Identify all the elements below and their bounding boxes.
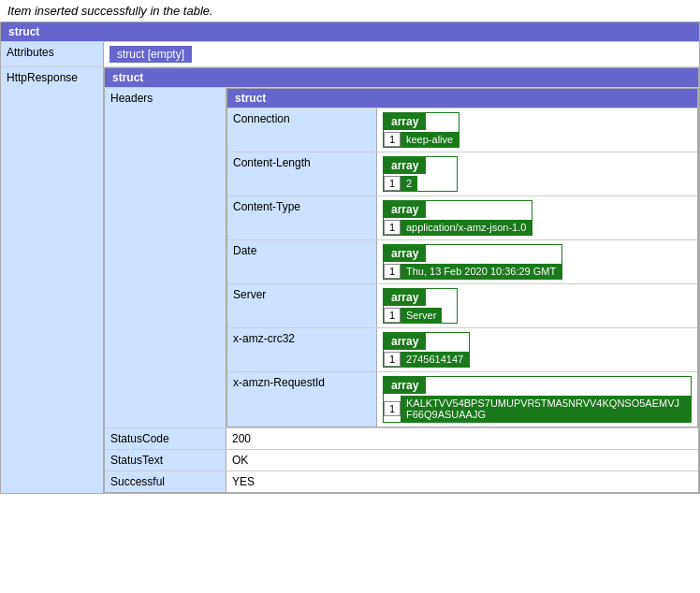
http-response-struct-header: struct [105, 68, 698, 87]
content-type-value: array 1 application/x-amz-json-1.0 [377, 196, 697, 239]
http-response-struct: struct Headers struct Connection [104, 67, 699, 493]
connection-array-row: 1 keep-alive [384, 132, 459, 147]
status-code-row: StatusCode 200 [105, 427, 698, 449]
http-response-value: struct Headers struct Connection [104, 67, 699, 493]
content-type-val: application/x-amz-json-1.0 [401, 220, 532, 235]
content-length-array-container: array 1 2 [383, 156, 458, 192]
date-array-header: array [384, 245, 426, 262]
connection-val: keep-alive [401, 132, 459, 147]
date-row: Date array 1 Thu, 13 Feb 2020 10:36:29 G… [227, 239, 697, 283]
xrequest-array-header: array [384, 377, 426, 394]
server-row: Server array 1 Server [227, 283, 697, 327]
server-label: Server [227, 284, 377, 327]
xrequest-array-container: array 1 KALKTVV54BPS7UMUPVR5TMA5NRVV4KQN… [383, 376, 692, 423]
xcrc-value: array 1 2745614147 [377, 328, 697, 371]
connection-row: Connection array 1 keep-alive [227, 108, 697, 152]
xcrc-row: x-amz-crc32 array 1 2745614147 [227, 327, 697, 371]
status-text-label: StatusText [105, 450, 226, 470]
connection-array-header: array [384, 113, 426, 130]
successful-label: Successful [105, 471, 226, 492]
xcrc-array-row: 1 2745614147 [384, 352, 469, 367]
connection-value: array 1 keep-alive [377, 108, 697, 152]
content-type-array-header: array [384, 201, 426, 218]
xcrc-index: 1 [384, 352, 401, 367]
server-array-header: array [384, 289, 426, 306]
successful-row: Successful YES [105, 470, 698, 492]
content-length-array-row: 1 2 [384, 176, 457, 191]
xrequest-val: KALKTVV54BPS7UMUPVR5TMA5NRVV4KQNSO5AEMVJ… [401, 396, 691, 422]
content-length-val: 2 [401, 176, 417, 191]
content-length-row: Content-Length array 1 2 [227, 152, 697, 195]
server-val: Server [401, 308, 442, 323]
content-type-index: 1 [384, 220, 401, 235]
status-code-label: StatusCode [105, 428, 226, 449]
content-length-value: array 1 2 [377, 152, 697, 195]
date-index: 1 [384, 264, 401, 279]
headers-value: struct Connection array 1 keep-a [226, 88, 698, 427]
date-val: Thu, 13 Feb 2020 10:36:29 GMT [401, 264, 561, 279]
date-value: array 1 Thu, 13 Feb 2020 10:36:29 GMT [377, 240, 697, 283]
server-index: 1 [384, 308, 401, 323]
xcrc-val: 2745614147 [401, 352, 469, 367]
xcrc-array-container: array 1 2745614147 [383, 332, 470, 368]
xrequest-array-row: 1 KALKTVV54BPS7UMUPVR5TMA5NRVV4KQNSO5AEM… [384, 396, 691, 422]
top-struct-header: struct [1, 22, 699, 41]
attributes-label: Attributes [1, 42, 104, 66]
status-code-value: 200 [226, 428, 698, 449]
xrequest-value: array 1 KALKTVV54BPS7UMUPVR5TMA5NRVV4KQN… [377, 372, 697, 427]
http-response-row: HttpResponse struct Headers struct Conne… [1, 66, 699, 493]
connection-label: Connection [227, 108, 377, 152]
success-message: Item inserted successfully in the table. [0, 0, 700, 22]
content-type-array-container: array 1 application/x-amz-json-1.0 [383, 200, 532, 236]
server-array-row: 1 Server [384, 308, 457, 323]
successful-value: YES [226, 471, 698, 492]
xrequest-label: x-amzn-RequestId [227, 372, 377, 427]
content-type-label: Content-Type [227, 196, 377, 239]
headers-label: Headers [105, 88, 226, 427]
server-value: array 1 Server [377, 284, 697, 327]
xrequest-index: 1 [384, 401, 401, 416]
status-text-row: StatusText OK [105, 449, 698, 470]
connection-index: 1 [384, 132, 401, 147]
status-text-value: OK [226, 450, 698, 470]
xcrc-array-header: array [384, 333, 426, 350]
xrequest-row: x-amzn-RequestId array 1 KALKTVV54BPS7UM… [227, 371, 697, 427]
content-type-row: Content-Type array 1 application/x-amz-j… [227, 195, 697, 239]
main-container: struct Attributes struct [empty] HttpRes… [0, 22, 700, 494]
attributes-row: Attributes struct [empty] [1, 41, 699, 66]
headers-struct-header: struct [227, 89, 697, 108]
content-length-array-header: array [384, 157, 426, 174]
attributes-value: struct [empty] [104, 42, 699, 66]
headers-struct: struct Connection array 1 keep-a [226, 88, 698, 427]
xcrc-label: x-amz-crc32 [227, 328, 377, 371]
date-array-row: 1 Thu, 13 Feb 2020 10:36:29 GMT [384, 264, 561, 279]
date-label: Date [227, 240, 377, 283]
date-array-container: array 1 Thu, 13 Feb 2020 10:36:29 GMT [383, 244, 562, 280]
server-array-container: array 1 Server [383, 288, 458, 324]
headers-row: Headers struct Connection array [105, 87, 698, 427]
content-length-index: 1 [384, 176, 401, 191]
connection-array-container: array 1 keep-alive [383, 112, 459, 148]
http-response-label: HttpResponse [1, 67, 104, 493]
attributes-empty-badge: struct [empty] [109, 46, 192, 63]
content-type-array-row: 1 application/x-amz-json-1.0 [384, 220, 532, 235]
content-length-label: Content-Length [227, 152, 377, 195]
